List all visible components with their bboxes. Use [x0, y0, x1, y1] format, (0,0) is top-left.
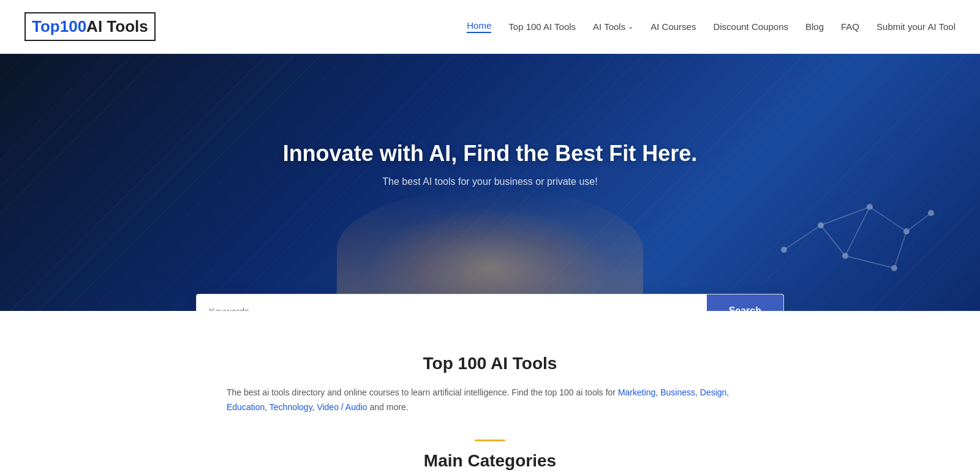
- svg-line-0: [784, 225, 821, 250]
- desc-link-business[interactable]: Business: [660, 387, 695, 397]
- categories-heading: Main Categories: [24, 451, 956, 471]
- nav-ai-tools-label: AI Tools: [593, 21, 625, 32]
- svg-point-13: [842, 253, 848, 259]
- svg-point-14: [891, 265, 897, 271]
- svg-line-3: [907, 213, 931, 231]
- svg-line-4: [821, 225, 845, 256]
- logo-number: 100: [60, 17, 86, 36]
- svg-line-7: [894, 231, 907, 268]
- nav-ai-tools-dropdown[interactable]: AI Tools ⌄: [593, 21, 633, 32]
- main-content: Top 100 AI Tools The best ai tools direc…: [0, 311, 980, 475]
- main-nav: Home Top 100 AI Tools AI Tools ⌄ AI Cour…: [467, 20, 956, 33]
- nav-top100[interactable]: Top 100 AI Tools: [508, 21, 576, 32]
- desc-link-technology[interactable]: Technology: [270, 402, 312, 412]
- svg-point-12: [928, 210, 934, 216]
- section-divider: [24, 439, 956, 441]
- hero-title: Innovate with AI, Find the Best Fit Here…: [283, 141, 698, 166]
- nav-discount-coupons[interactable]: Discount Coupons: [713, 21, 788, 32]
- yellow-divider: [475, 439, 505, 441]
- nav-faq[interactable]: FAQ: [841, 21, 859, 32]
- desc-link-design[interactable]: Design: [700, 387, 727, 397]
- hero-subtitle: The best AI tools for your business or p…: [382, 176, 597, 187]
- nav-blog[interactable]: Blog: [805, 21, 824, 32]
- search-button[interactable]: Search: [707, 294, 783, 311]
- chevron-down-icon: ⌄: [628, 23, 633, 31]
- desc-link-education[interactable]: Education: [227, 402, 265, 412]
- search-input[interactable]: [197, 295, 707, 312]
- section-title: Top 100 AI Tools: [24, 354, 956, 373]
- svg-point-10: [867, 204, 873, 210]
- search-bar: Search: [196, 294, 784, 311]
- hero-hand-graphic: [337, 189, 643, 311]
- svg-point-8: [781, 247, 787, 253]
- logo-ai-text: AI Tools: [86, 17, 148, 36]
- hero-section: Innovate with AI, Find the Best Fit Here…: [0, 54, 980, 311]
- svg-point-9: [818, 222, 824, 228]
- network-graphic: [772, 176, 943, 286]
- nav-ai-courses[interactable]: AI Courses: [650, 21, 696, 32]
- svg-line-2: [870, 207, 907, 231]
- logo-top-text: Top: [32, 17, 60, 36]
- desc-link-video[interactable]: Video / Audio: [317, 402, 367, 412]
- nav-home[interactable]: Home: [467, 20, 491, 33]
- section-description: The best ai tools directory and online c…: [227, 386, 753, 415]
- nav-submit-tool[interactable]: Submit your AI Tool: [876, 21, 956, 32]
- svg-line-6: [845, 256, 894, 268]
- site-logo[interactable]: Top 100AI Tools: [24, 12, 156, 41]
- svg-point-11: [903, 228, 910, 234]
- site-header: Top 100AI Tools Home Top 100 AI Tools AI…: [0, 0, 980, 54]
- desc-link-marketing[interactable]: Marketing: [618, 387, 655, 397]
